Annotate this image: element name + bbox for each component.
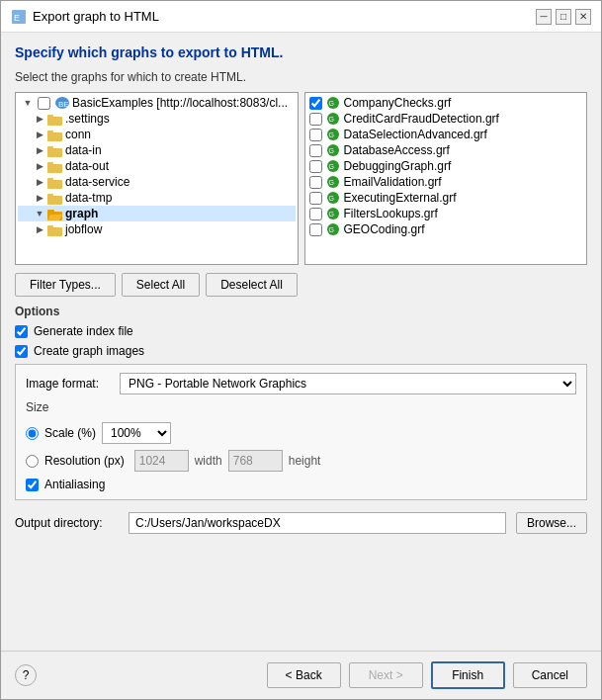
tree-item-graph[interactable]: ▼ graph (18, 206, 296, 221)
help-button[interactable]: ? (15, 664, 37, 686)
file-checkbox-creditcard[interactable] (309, 113, 322, 126)
svg-text:G: G (328, 100, 333, 107)
files-panel[interactable]: G CompanyChecks.grf G CreditCardFraudDet… (304, 92, 588, 265)
scale-label: Scale (%) (44, 426, 96, 440)
file-checkbox-dataselection[interactable] (309, 129, 322, 141)
tree-label-data-in: data-in (65, 143, 102, 157)
tree-item-data-service[interactable]: ▶ data-service (18, 174, 296, 190)
generate-index-checkbox[interactable] (15, 325, 28, 338)
folder-icon-data-tmp (47, 192, 63, 205)
output-directory-label: Output directory: (15, 516, 119, 530)
tree-label-settings: .settings (65, 112, 110, 126)
image-options-box: Image format: PNG - Portable Network Gra… (15, 364, 587, 500)
file-item-companychecks[interactable]: G CompanyChecks.grf (307, 95, 585, 111)
file-label-creditcard: CreditCardFraudDetection.grf (344, 112, 499, 126)
file-label-filterslookups: FiltersLookups.grf (344, 207, 438, 220)
file-checkbox-debugginggraph[interactable] (309, 160, 322, 173)
title-bar-text: Export graph to HTML (33, 9, 159, 24)
output-directory-input[interactable]: C:/Users/Jan/workspaceDX (129, 512, 506, 534)
minimize-button[interactable]: ─ (536, 9, 552, 25)
svg-rect-17 (47, 210, 54, 214)
file-item-executingexternal[interactable]: G ExecutingExternal.grf (307, 190, 585, 206)
svg-rect-5 (47, 115, 53, 119)
tree-label-data-service: data-service (65, 175, 129, 189)
svg-text:G: G (328, 179, 333, 186)
select-all-button[interactable]: Select All (122, 273, 200, 297)
grf-icon-creditcard: G (326, 112, 340, 126)
file-label-companychecks: CompanyChecks.grf (344, 96, 452, 110)
deselect-all-button[interactable]: Deselect All (206, 273, 298, 297)
image-format-select[interactable]: PNG - Portable Network Graphics JPEG GIF (120, 373, 576, 394)
size-label: Size (26, 400, 576, 414)
file-checkbox-emailvalidation[interactable] (309, 176, 322, 189)
scale-row: Scale (%) 100% 50% 75% 150% 200% (26, 422, 576, 444)
folder-icon-settings (47, 113, 63, 126)
maximize-button[interactable]: □ (556, 9, 571, 25)
svg-rect-13 (47, 178, 53, 182)
finish-button[interactable]: Finish (431, 661, 505, 689)
file-checkbox-companychecks[interactable] (309, 97, 322, 110)
expand-arrow-data-tmp[interactable]: ▶ (34, 193, 45, 203)
expand-arrow-jobflow[interactable]: ▶ (34, 224, 45, 234)
expand-arrow-data-in[interactable]: ▶ (34, 145, 45, 155)
tree-panel[interactable]: ▼ BE BasicExamples [http://localhost:808… (15, 92, 299, 265)
expand-arrow-graph[interactable]: ▼ (34, 209, 45, 219)
create-graph-images-checkbox[interactable] (15, 345, 28, 358)
back-button[interactable]: < Back (267, 662, 341, 688)
antialiasing-checkbox[interactable] (26, 479, 39, 491)
tree-label-conn: conn (65, 128, 91, 141)
file-item-dataselection[interactable]: G DataSelectionAdvanced.grf (307, 127, 585, 142)
tree-item-data-out[interactable]: ▶ data-out (18, 158, 296, 174)
file-checkbox-executingexternal[interactable] (309, 192, 322, 205)
project-icon: BE (54, 96, 70, 110)
resolution-height-input[interactable]: 768 (228, 450, 283, 472)
folder-icon-data-service (47, 176, 63, 189)
close-button[interactable]: ✕ (575, 9, 591, 25)
tree-checkbox-basicexamples[interactable] (38, 97, 50, 110)
tree-item-settings[interactable]: ▶ .settings (18, 111, 296, 127)
scale-select[interactable]: 100% 50% 75% 150% 200% (102, 422, 171, 444)
expand-arrow-settings[interactable]: ▶ (34, 114, 45, 124)
image-format-label: Image format: (26, 377, 110, 391)
file-item-databaseaccess[interactable]: G DatabaseAccess.grf (307, 142, 585, 158)
file-item-emailvalidation[interactable]: G EmailValidation.grf (307, 174, 585, 190)
file-item-creditcard[interactable]: G CreditCardFraudDetection.grf (307, 111, 585, 127)
file-label-dataselection: DataSelectionAdvanced.grf (344, 128, 487, 141)
svg-text:G: G (328, 131, 333, 138)
generate-index-label: Generate index file (34, 324, 133, 338)
svg-rect-7 (47, 131, 53, 134)
browse-button[interactable]: Browse... (516, 512, 587, 534)
file-item-filterslookups[interactable]: G FiltersLookups.grf (307, 206, 585, 221)
tree-item-data-in[interactable]: ▶ data-in (18, 142, 296, 158)
tree-item-conn[interactable]: ▶ conn (18, 127, 296, 142)
expand-arrow-basicexamples[interactable]: ▼ (22, 98, 34, 108)
tree-item-data-tmp[interactable]: ▶ data-tmp (18, 190, 296, 206)
file-label-emailvalidation: EmailValidation.grf (344, 175, 442, 189)
expand-arrow-conn[interactable]: ▶ (34, 130, 45, 139)
resolution-width-input[interactable]: 1024 (134, 450, 189, 472)
file-label-databaseaccess: DatabaseAccess.grf (344, 143, 450, 157)
svg-text:G: G (328, 116, 333, 123)
file-checkbox-geocoding[interactable] (309, 223, 322, 236)
svg-text:BE: BE (58, 100, 69, 109)
file-checkbox-databaseaccess[interactable] (309, 144, 322, 157)
tree-item-jobflow[interactable]: ▶ jobflow (18, 221, 296, 237)
resolution-radio[interactable] (26, 455, 39, 468)
svg-text:G: G (328, 147, 333, 154)
tree-item-basicexamples[interactable]: ▼ BE BasicExamples [http://localhost:808… (18, 95, 296, 111)
subheading: Select the graphs for which to create HT… (15, 70, 587, 84)
file-item-debugginggraph[interactable]: G DebuggingGraph.grf (307, 158, 585, 174)
filter-types-button[interactable]: Filter Types... (15, 273, 116, 297)
file-checkbox-filterslookups[interactable] (309, 208, 322, 220)
tree-label-graph: graph (65, 207, 98, 220)
tree-label-data-tmp: data-tmp (65, 191, 112, 205)
expand-arrow-data-out[interactable]: ▶ (34, 161, 45, 171)
cancel-button[interactable]: Cancel (513, 662, 587, 688)
grf-icon-debugginggraph: G (326, 159, 340, 173)
next-button[interactable]: Next > (349, 662, 423, 688)
expand-arrow-data-service[interactable]: ▶ (34, 177, 45, 187)
folder-icon-conn (47, 129, 63, 141)
file-item-geocoding[interactable]: G GEOCoding.grf (307, 221, 585, 237)
heading: Specify which graphs to export to HTML. (15, 44, 587, 60)
scale-radio[interactable] (26, 427, 39, 440)
